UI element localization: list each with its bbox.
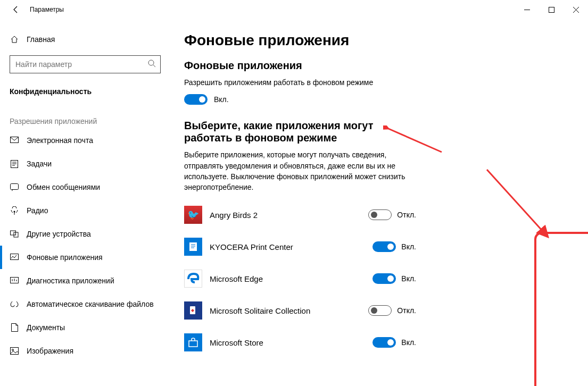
sidebar-item[interactable]: Фоновые приложения bbox=[0, 246, 170, 269]
app-icon: 🐦 bbox=[184, 206, 202, 224]
sidebar-item-icon bbox=[10, 277, 19, 284]
sidebar-item-icon bbox=[10, 254, 19, 261]
section1-title: Фоновые приложения bbox=[184, 60, 575, 72]
sidebar-item-icon bbox=[10, 300, 19, 308]
sidebar-item-icon bbox=[10, 347, 19, 355]
home-button[interactable]: Главная bbox=[0, 28, 170, 51]
svg-point-4 bbox=[148, 60, 154, 65]
maximize-button[interactable] bbox=[539, 1, 564, 18]
sidebar-item-icon bbox=[10, 206, 19, 215]
app-toggle[interactable] bbox=[372, 273, 396, 284]
app-toggle-label: Вкл. bbox=[401, 274, 416, 283]
app-row: Microsoft Solitaire CollectionОткл. bbox=[184, 295, 429, 326]
page-title: Фоновые приложения bbox=[184, 32, 575, 49]
sidebar-item-icon bbox=[10, 183, 19, 191]
app-icon bbox=[184, 301, 202, 320]
svg-line-5 bbox=[153, 65, 155, 67]
app-toggle[interactable] bbox=[372, 337, 396, 348]
app-name: Microsoft Solitaire Collection bbox=[202, 306, 368, 315]
app-toggle[interactable] bbox=[368, 305, 392, 316]
sidebar-item-label: Автоматическое скачивание файлов bbox=[27, 300, 154, 308]
sidebar: Главная Конфиденциальность Разрешения пр… bbox=[0, 19, 170, 386]
sidebar-item[interactable]: Изображения bbox=[0, 339, 170, 363]
app-name: Angry Birds 2 bbox=[202, 211, 368, 220]
app-icon bbox=[184, 270, 202, 288]
master-toggle[interactable] bbox=[184, 94, 208, 105]
search-box[interactable] bbox=[10, 55, 161, 73]
svg-rect-11 bbox=[11, 184, 19, 190]
sidebar-item[interactable]: Диагностика приложений bbox=[0, 269, 170, 292]
app-toggle-label: Откл. bbox=[397, 306, 416, 315]
section1-desc: Разрешить приложениям работать в фоновом… bbox=[184, 77, 413, 88]
search-input[interactable] bbox=[15, 60, 147, 69]
sidebar-item[interactable]: Обмен сообщениями bbox=[0, 175, 170, 199]
sidebar-item-icon bbox=[10, 160, 19, 168]
app-name: Microsoft Store bbox=[202, 338, 372, 347]
svg-point-19 bbox=[12, 349, 14, 351]
sidebar-item-label: Задачи bbox=[27, 160, 52, 168]
home-label: Главная bbox=[27, 35, 55, 44]
sidebar-item-label: Изображения bbox=[27, 347, 73, 355]
sidebar-item-label: Диагностика приложений bbox=[27, 276, 114, 285]
sidebar-item-label: Другие устройства bbox=[27, 230, 91, 238]
main-content: Фоновые приложения Фоновые приложения Ра… bbox=[170, 19, 588, 386]
master-toggle-label: Вкл. bbox=[214, 95, 229, 104]
sidebar-item-label: Документы bbox=[27, 323, 65, 332]
sidebar-item-label: Фоновые приложения bbox=[27, 253, 103, 262]
svg-rect-16 bbox=[11, 254, 19, 260]
sidebar-section-label: Разрешения приложений bbox=[0, 102, 170, 129]
sidebar-group: Конфиденциальность bbox=[0, 81, 170, 102]
section2-title: Выберите, какие приложения могут работат… bbox=[184, 120, 418, 144]
app-icon bbox=[184, 238, 202, 256]
window-title: Параметры bbox=[26, 6, 64, 13]
app-toggle[interactable] bbox=[368, 209, 392, 220]
search-icon bbox=[147, 59, 156, 70]
svg-point-13 bbox=[14, 211, 15, 213]
app-toggle-label: Откл. bbox=[397, 211, 416, 219]
sidebar-item-icon bbox=[10, 137, 19, 144]
svg-rect-1 bbox=[549, 7, 554, 12]
app-name: Microsoft Edge bbox=[202, 274, 372, 283]
sidebar-item-icon bbox=[10, 230, 19, 238]
svg-rect-14 bbox=[11, 231, 16, 235]
app-toggle[interactable] bbox=[372, 241, 396, 252]
close-button[interactable] bbox=[564, 1, 588, 18]
home-icon bbox=[10, 35, 19, 44]
app-row: KYOCERA Print CenterВкл. bbox=[184, 231, 429, 263]
app-row: 🐦Angry Birds 2Откл. bbox=[184, 199, 429, 231]
sidebar-item-label: Радио bbox=[27, 206, 48, 215]
sidebar-item[interactable]: Радио bbox=[0, 199, 170, 222]
sidebar-item-label: Электронная почта bbox=[27, 136, 93, 145]
svg-rect-6 bbox=[11, 137, 19, 143]
sidebar-item[interactable]: Электронная почта bbox=[0, 129, 170, 152]
sidebar-item-icon bbox=[10, 323, 19, 332]
app-toggle-label: Вкл. bbox=[401, 242, 416, 251]
sidebar-item-label: Обмен сообщениями bbox=[27, 183, 100, 191]
app-toggle-label: Вкл. bbox=[401, 338, 416, 347]
app-row: Microsoft StoreВкл. bbox=[184, 326, 429, 358]
minimize-button[interactable] bbox=[515, 1, 539, 18]
app-row: Microsoft EdgeВкл. bbox=[184, 263, 429, 295]
back-button[interactable] bbox=[6, 5, 26, 14]
svg-rect-20 bbox=[189, 242, 197, 251]
title-bar: Параметры bbox=[0, 0, 588, 19]
svg-rect-18 bbox=[11, 348, 19, 355]
sidebar-item[interactable]: Задачи bbox=[0, 152, 170, 175]
sidebar-item[interactable]: Автоматическое скачивание файлов bbox=[0, 292, 170, 316]
app-icon bbox=[184, 333, 202, 351]
sidebar-item[interactable]: Другие устройства bbox=[0, 222, 170, 246]
section2-desc: Выберите приложения, которые могут получ… bbox=[184, 149, 413, 192]
sidebar-item[interactable]: Документы bbox=[0, 316, 170, 339]
app-name: KYOCERA Print Center bbox=[202, 242, 372, 251]
